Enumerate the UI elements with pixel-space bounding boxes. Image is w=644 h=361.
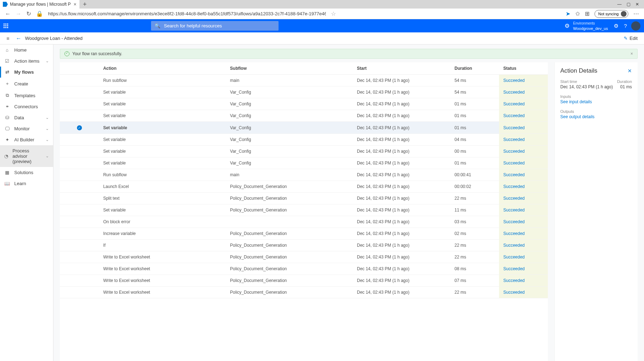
table-row[interactable]: Launch Excel Policy_Document_Generation … <box>60 181 548 193</box>
cell-subflow: Var_Config <box>226 146 353 157</box>
status-link[interactable]: Succeeded <box>503 278 525 283</box>
nav-solutions[interactable]: ▦Solutions <box>0 167 53 178</box>
tab-close-icon[interactable]: × <box>74 1 77 7</box>
back-arrow-icon[interactable]: ← <box>16 35 21 42</box>
status-link[interactable]: Succeeded <box>503 113 525 118</box>
search-input[interactable]: 🔍 Search for helpful resources <box>151 21 279 31</box>
nav-templates[interactable]: ⧉Templates <box>0 90 53 101</box>
table-row[interactable]: Set variable Var_Config Dec 14, 02:43 PM… <box>60 146 548 157</box>
chevron-down-icon: ⌄ <box>46 154 49 158</box>
cell-start: Dec 14, 02:43 PM (1 h ago) <box>353 110 450 122</box>
banner-close-icon[interactable]: × <box>630 51 633 56</box>
cell-duration: 54 ms <box>450 75 499 87</box>
cell-start: Dec 14, 02:43 PM (1 h ago) <box>353 263 450 275</box>
status-link[interactable]: Succeeded <box>503 184 525 189</box>
table-row[interactable]: Set variable Var_Config Dec 14, 02:43 PM… <box>60 98 548 110</box>
cell-start: Dec 14, 02:43 PM (1 h ago) <box>353 193 450 204</box>
table-row[interactable]: ✓ Set variable Var_Config Dec 14, 02:43 … <box>60 122 548 134</box>
new-tab-button[interactable]: + <box>83 1 87 8</box>
table-row[interactable]: Set variable Var_Config Dec 14, 02:43 PM… <box>60 110 548 122</box>
status-link[interactable]: Succeeded <box>503 255 525 260</box>
favorites-icon[interactable]: ✩ <box>575 10 580 17</box>
environment-picker[interactable]: ⚙ Environments Woodgrove_dev_us <box>565 21 608 31</box>
table-row[interactable]: Set variable Policy_Document_Generation … <box>60 204 548 216</box>
details-close-icon[interactable]: ✕ <box>628 68 632 74</box>
nav-my-flows[interactable]: ⇄My flows <box>0 67 53 78</box>
status-link[interactable]: Succeeded <box>503 149 525 154</box>
app-launcher-icon[interactable] <box>4 23 8 28</box>
status-link[interactable]: Succeeded <box>503 266 525 271</box>
maximize-icon[interactable]: ▢ <box>627 2 630 7</box>
outputs-link[interactable]: See output details <box>560 114 632 119</box>
table-row[interactable]: Write to Excel worksheet Policy_Document… <box>60 287 548 298</box>
nav-connectors[interactable]: ⚭Connectors <box>0 101 53 112</box>
solutions-icon: ▦ <box>4 170 10 175</box>
browser-tab[interactable]: Manage your flows | Microsoft P × <box>0 0 79 9</box>
cell-subflow: main <box>226 169 353 181</box>
cell-action: Write to Excel worksheet <box>99 251 226 263</box>
status-link[interactable]: Succeeded <box>503 161 525 166</box>
table-row[interactable]: Run subflow main Dec 14, 02:43 PM (1 h a… <box>60 75 548 87</box>
status-link[interactable]: Succeeded <box>503 137 525 142</box>
status-link[interactable]: Succeeded <box>503 196 525 201</box>
table-row[interactable]: Increase variable Policy_Document_Genera… <box>60 228 548 240</box>
settings-icon[interactable]: ⚙ <box>614 23 618 29</box>
flow-extension-icon[interactable]: ➤ <box>566 10 570 17</box>
minimize-icon[interactable]: — <box>617 2 622 7</box>
nav-create[interactable]: ＋Create <box>0 78 53 90</box>
forward-icon[interactable]: → <box>16 11 21 17</box>
cell-action: On block error <box>99 216 226 228</box>
status-link[interactable]: Succeeded <box>503 101 525 106</box>
nav-ai-builder[interactable]: ✦AI Builder⌄ <box>0 134 53 145</box>
url-input[interactable] <box>48 11 326 16</box>
cell-subflow: Policy_Document_Generation <box>226 193 353 204</box>
edit-button[interactable]: ✎ Edit <box>624 36 638 41</box>
status-link[interactable]: Succeeded <box>503 172 525 177</box>
nav-monitor[interactable]: 🖵Monitor⌄ <box>0 123 53 134</box>
table-row[interactable]: Set variable Var_Config Dec 14, 02:43 PM… <box>60 87 548 98</box>
nav-data[interactable]: ⛁Data⌄ <box>0 112 53 123</box>
nav-home[interactable]: ⌂Home <box>0 45 53 56</box>
table-row[interactable]: Write to Excel worksheet Policy_Document… <box>60 251 548 263</box>
more-icon[interactable]: ⋯ <box>633 10 639 17</box>
col-duration[interactable]: Duration <box>450 62 499 75</box>
refresh-icon[interactable]: ↻ <box>26 10 31 17</box>
table-row[interactable]: On block error Dec 14, 02:43 PM (1 h ago… <box>60 216 548 228</box>
col-status[interactable]: Status <box>499 62 548 75</box>
cell-action: Write to Excel worksheet <box>99 263 226 275</box>
table-row[interactable]: Write to Excel worksheet Policy_Document… <box>60 275 548 287</box>
back-icon[interactable]: ← <box>5 11 11 17</box>
status-link[interactable]: Succeeded <box>503 125 525 130</box>
nav-action-items[interactable]: ☑Action items⌄ <box>0 56 53 67</box>
status-link[interactable]: Succeeded <box>503 219 525 224</box>
table-row[interactable]: Run subflow main Dec 14, 02:43 PM (1 h a… <box>60 169 548 181</box>
nav-toggle-icon[interactable]: ≡ <box>6 36 16 41</box>
book-icon: 📖 <box>4 181 10 186</box>
table-row[interactable]: Split text Policy_Document_Generation De… <box>60 193 548 204</box>
nav-learn[interactable]: 📖Learn <box>0 178 53 189</box>
status-link[interactable]: Succeeded <box>503 90 525 95</box>
col-start[interactable]: Start <box>353 62 450 75</box>
nav-process-advisor[interactable]: ◔Process advisor (preview)⌄ <box>0 145 53 167</box>
table-row[interactable]: Set variable Var_Config Dec 14, 02:43 PM… <box>60 134 548 146</box>
status-link[interactable]: Succeeded <box>503 78 525 83</box>
table-row[interactable]: Set variable Var_Config Dec 14, 02:43 PM… <box>60 157 548 169</box>
inputs-link[interactable]: See input details <box>560 99 632 104</box>
col-action[interactable]: Action <box>99 62 226 75</box>
status-link[interactable]: Succeeded <box>503 231 525 236</box>
close-window-icon[interactable]: ✕ <box>635 2 639 7</box>
environment-icon: ⚙ <box>565 22 570 29</box>
status-link[interactable]: Succeeded <box>503 243 525 248</box>
collections-icon[interactable]: ⊞ <box>585 10 590 17</box>
table-row[interactable]: Write to Excel worksheet Policy_Document… <box>60 263 548 275</box>
cell-action: Set variable <box>99 204 226 216</box>
help-icon[interactable]: ? <box>624 23 627 29</box>
favorite-icon[interactable]: ☆ <box>331 10 336 17</box>
sync-status[interactable]: Not syncing <box>594 10 628 18</box>
environment-label: Environments <box>573 21 595 25</box>
table-row[interactable]: If Policy_Document_Generation Dec 14, 02… <box>60 240 548 251</box>
col-subflow[interactable]: Subflow <box>226 62 353 75</box>
status-link[interactable]: Succeeded <box>503 290 525 295</box>
status-link[interactable]: Succeeded <box>503 208 525 213</box>
user-avatar[interactable] <box>631 21 640 31</box>
